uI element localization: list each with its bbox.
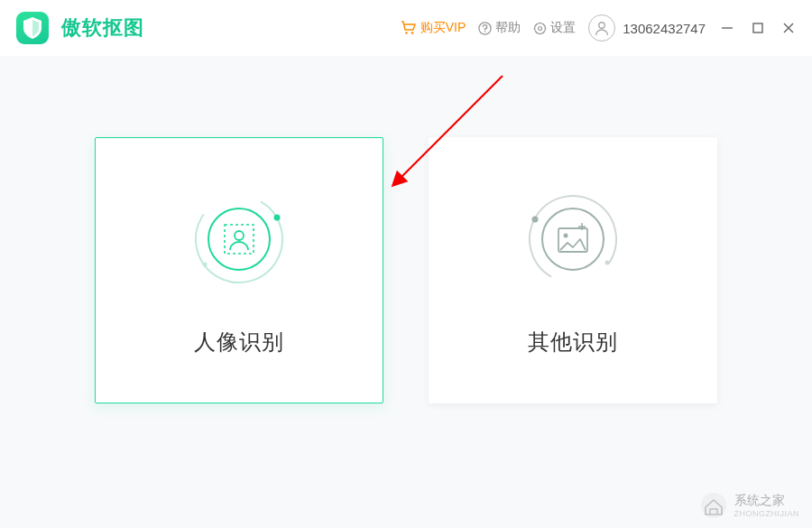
svg-point-18 (532, 216, 539, 222)
titlebar: 傲软抠图 购买VIP 帮助 设置 13062432 (0, 0, 812, 56)
maximize-button[interactable] (751, 21, 765, 35)
user-account[interactable]: 13062432747 (588, 14, 706, 42)
help-button[interactable]: 帮助 (478, 20, 521, 36)
shield-icon (23, 17, 42, 39)
svg-point-6 (599, 23, 604, 28)
other-card-label: 其他识别 (528, 328, 618, 357)
app-title: 傲软抠图 (61, 14, 144, 42)
svg-point-20 (542, 208, 604, 270)
watermark: 系统之家 ZHONGZHIJIAN (698, 492, 800, 519)
help-icon (478, 22, 492, 35)
svg-point-13 (203, 262, 208, 266)
svg-point-17 (519, 185, 627, 293)
buy-vip-label: 购买VIP (420, 20, 466, 36)
other-icon (519, 185, 627, 297)
svg-point-0 (405, 32, 408, 34)
svg-point-11 (185, 185, 293, 293)
maximize-icon (752, 22, 764, 34)
window-controls (720, 21, 796, 35)
portrait-icon (185, 185, 293, 297)
main-content: 人像识别 其他识别 (0, 56, 812, 528)
user-id: 13062432747 (623, 21, 706, 36)
app-logo (16, 12, 49, 44)
gear-icon (533, 22, 547, 35)
svg-point-19 (605, 260, 610, 264)
watermark-main: 系统之家 (734, 493, 800, 509)
help-label: 帮助 (495, 20, 521, 36)
minimize-button[interactable] (720, 21, 734, 35)
svg-rect-8 (753, 23, 762, 32)
portrait-recognition-card[interactable]: 人像识别 (95, 137, 383, 403)
close-button[interactable] (781, 21, 796, 35)
other-recognition-card[interactable]: 其他识别 (429, 137, 717, 403)
avatar-icon (588, 14, 615, 42)
svg-point-22 (564, 233, 568, 237)
portrait-card-label: 人像识别 (194, 328, 284, 357)
close-icon (782, 22, 795, 34)
svg-rect-15 (225, 225, 254, 254)
person-icon (594, 20, 610, 36)
svg-point-5 (539, 26, 542, 30)
cart-icon (401, 21, 417, 35)
settings-button[interactable]: 设置 (533, 20, 576, 36)
svg-point-3 (484, 31, 486, 32)
house-icon (698, 492, 729, 519)
minimize-icon (721, 22, 734, 34)
svg-point-1 (411, 32, 413, 34)
settings-label: 设置 (550, 20, 576, 36)
svg-point-12 (274, 214, 281, 220)
buy-vip-button[interactable]: 购买VIP (401, 20, 466, 36)
svg-point-14 (208, 208, 270, 270)
svg-point-16 (235, 231, 244, 240)
watermark-sub: ZHONGZHIJIAN (734, 509, 800, 518)
